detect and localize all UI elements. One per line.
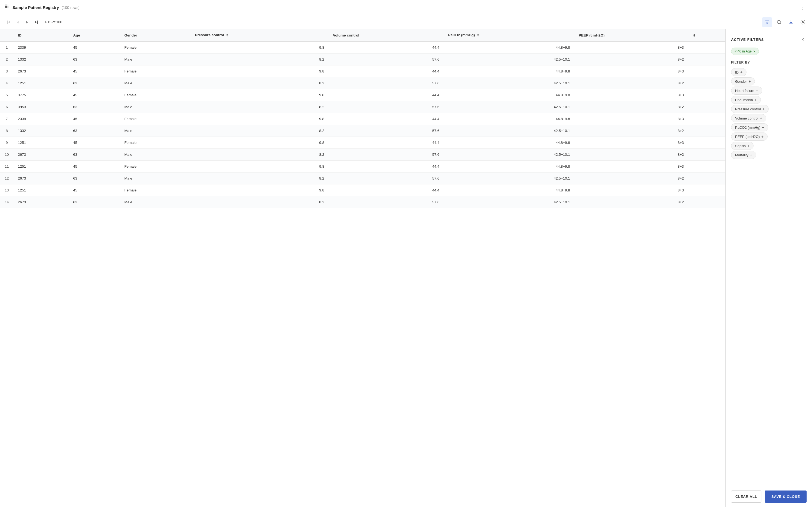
cell-row-num: 1	[0, 41, 13, 54]
cell-gender: Male	[120, 54, 191, 65]
table-body: 1 2339 45 Female 9.8 44.4 44.8+9.8 8+3 2…	[0, 41, 725, 208]
grid-icon	[4, 4, 10, 11]
cell-age: 45	[69, 89, 120, 101]
col-header-volume[interactable]: Volume control	[328, 29, 444, 41]
cell-id: 3775	[13, 89, 69, 101]
remove-filter-button[interactable]: ×	[753, 49, 755, 54]
cell-h	[688, 137, 725, 149]
filter-option-mortality[interactable]: Mortality +	[731, 151, 756, 159]
table-row: 4 1251 63 Male 8.2 57.6 42.5+10.1 8+2	[0, 77, 725, 89]
filter-option-volume-control[interactable]: Volume control +	[731, 114, 766, 122]
cell-paco2: 44.8+9.8	[444, 137, 574, 149]
cell-paco2: 44.8+9.8	[444, 113, 574, 125]
col-header-paco2[interactable]: PaCO2 (mmHg) ▲▼	[444, 29, 574, 41]
add-filter-icon: +	[747, 144, 750, 148]
svg-rect-3	[5, 6, 6, 7]
cell-row-num: 9	[0, 137, 13, 149]
cell-volume: 44.4	[328, 161, 444, 172]
cell-pressure: 8.2	[191, 101, 328, 113]
cell-gender: Male	[120, 149, 191, 161]
filter-option-label: PEEP (cmH2O)	[735, 135, 760, 139]
cell-row-num: 14	[0, 196, 13, 208]
clear-all-button[interactable]: CLEAR ALL	[731, 491, 761, 503]
filter-panel-footer: CLEAR ALL SAVE & CLOSE	[726, 486, 812, 507]
filter-by-label: FILTER BY	[731, 61, 807, 64]
filter-option-pneumonia[interactable]: Pneumonia +	[731, 96, 761, 104]
col-header-peep[interactable]: PEEP (cmH2O)	[574, 29, 688, 41]
filter-option-pressure-control[interactable]: Pressure control +	[731, 105, 769, 113]
filter-option-peep-cmh2o[interactable]: PEEP (cmH2O) +	[731, 132, 768, 140]
table-row: 3 2673 45 Female 9.8 44.4 44.8+9.8 8+3	[0, 65, 725, 77]
settings-button[interactable]	[798, 17, 808, 27]
cell-gender: Male	[120, 196, 191, 208]
cell-pressure: 8.2	[191, 196, 328, 208]
download-button[interactable]	[786, 17, 796, 27]
top-bar: Sample Patient Registry (100 rows) ⋮	[0, 0, 812, 15]
filter-button[interactable]	[762, 17, 772, 27]
add-filter-icon: +	[740, 70, 743, 74]
cell-h	[688, 125, 725, 137]
cell-h	[688, 65, 725, 77]
cell-pressure: 8.2	[191, 77, 328, 89]
cell-gender: Male	[120, 125, 191, 137]
cell-age: 45	[69, 113, 120, 125]
filter-option-label: Mortality	[735, 153, 748, 157]
filter-option-label: Pressure control	[735, 107, 761, 111]
col-header-h[interactable]: H	[688, 29, 725, 41]
search-button[interactable]	[774, 17, 784, 27]
last-page-button[interactable]	[32, 18, 41, 26]
col-header-gender[interactable]: Gender	[120, 29, 191, 41]
cell-pressure: 8.2	[191, 149, 328, 161]
cell-pressure: 9.8	[191, 89, 328, 101]
cell-pressure: 8.2	[191, 54, 328, 65]
cell-age: 63	[69, 125, 120, 137]
cell-h	[688, 77, 725, 89]
next-page-button[interactable]	[23, 18, 32, 26]
cell-id: 2673	[13, 65, 69, 77]
table-header-row: ID Age Gender Pressure control ▲▼ Volume…	[0, 29, 725, 41]
filter-option-heart-failure[interactable]: Heart failure +	[731, 87, 762, 95]
cell-row-num: 5	[0, 89, 13, 101]
prev-page-button[interactable]	[13, 18, 22, 26]
cell-age: 45	[69, 137, 120, 149]
cell-volume: 57.6	[328, 101, 444, 113]
col-header-id[interactable]: ID	[13, 29, 69, 41]
cell-volume: 57.6	[328, 125, 444, 137]
cell-row-num: 7	[0, 113, 13, 125]
filter-option-label: Volume control	[735, 116, 758, 120]
svg-rect-0	[5, 5, 6, 5]
filter-option-paco2-mmhg[interactable]: PaCO2 (mmHg) +	[731, 123, 768, 131]
filter-option-label: Gender	[735, 79, 747, 83]
kebab-menu-button[interactable]: ⋮	[798, 3, 808, 12]
filter-option-sepsis[interactable]: Sepsis +	[731, 142, 754, 150]
filter-option-label: Pneumonia	[735, 98, 753, 102]
cell-age: 45	[69, 65, 120, 77]
cell-pressure: 9.8	[191, 41, 328, 54]
filter-option-id[interactable]: ID +	[731, 68, 747, 76]
add-filter-icon: +	[750, 153, 752, 157]
cell-pressure: 9.8	[191, 137, 328, 149]
first-page-button[interactable]	[4, 18, 13, 26]
table-area[interactable]: ID Age Gender Pressure control ▲▼ Volume…	[0, 29, 725, 507]
cell-pressure: 8.2	[191, 172, 328, 184]
cell-id: 2339	[13, 113, 69, 125]
cell-row-num: 11	[0, 161, 13, 172]
filter-option-gender[interactable]: Gender +	[731, 77, 755, 86]
cell-h	[688, 89, 725, 101]
close-filter-panel-button[interactable]: ×	[799, 36, 807, 43]
save-close-button[interactable]: SAVE & CLOSE	[765, 491, 807, 503]
data-table: ID Age Gender Pressure control ▲▼ Volume…	[0, 29, 725, 208]
svg-line-13	[780, 23, 781, 24]
col-header-age[interactable]: Age	[69, 29, 120, 41]
col-header-pressure[interactable]: Pressure control ▲▼	[191, 29, 328, 41]
filter-option-label: ID	[735, 70, 739, 74]
add-filter-icon: +	[760, 116, 762, 120]
cell-h	[688, 149, 725, 161]
table-row: 10 2673 63 Male 8.2 57.6 42.5+10.1 8+2	[0, 149, 725, 161]
cell-id: 2339	[13, 41, 69, 54]
cell-peep: 8+2	[574, 149, 688, 161]
cell-gender: Female	[120, 65, 191, 77]
cell-gender: Female	[120, 161, 191, 172]
cell-id: 1251	[13, 77, 69, 89]
row-count: (100 rows)	[62, 5, 80, 10]
